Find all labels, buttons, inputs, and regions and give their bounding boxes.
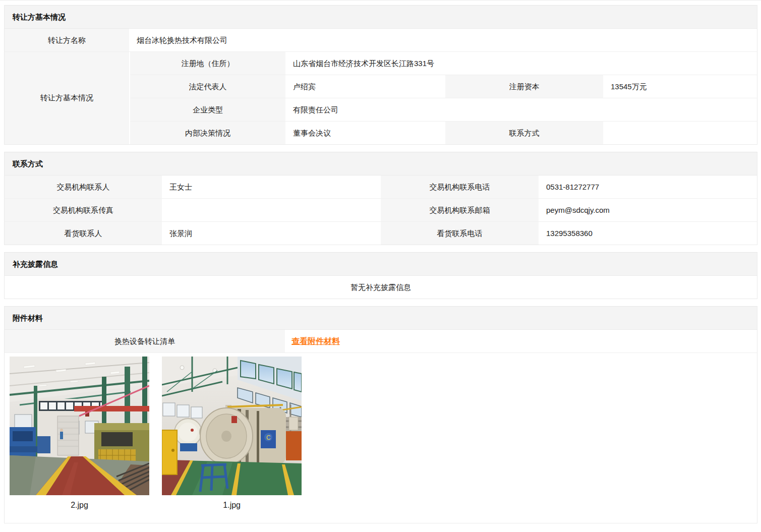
attachment-photo-thumbnail-2jpg[interactable] [10, 357, 149, 495]
agency-phone-label: 交易机构联系电话 [380, 175, 540, 198]
page-top-divider [0, 0, 761, 1]
reg-capital-label: 注册资本 [444, 75, 604, 98]
decision-value: 董事会决议 [286, 122, 444, 144]
transferor-name-label: 转让方名称 [5, 29, 130, 51]
section-contact-info: 联系方式 交易机构联系人 王女士 交易机构联系电话 0531-81272777 … [4, 152, 757, 245]
agency-fax-value [163, 199, 380, 221]
supplement-empty-text: 暂无补充披露信息 [5, 276, 757, 299]
transferor-name-value: 烟台冰轮换热技术有限公司 [130, 29, 757, 51]
legal-rep-label: 法定代表人 [130, 75, 286, 98]
section-title-contact: 联系方式 [5, 152, 757, 175]
table-row-decision: 内部决策情况 董事会决议 联系方式 [130, 122, 757, 144]
transferor-group-label: 转让方基本情况 [5, 52, 130, 144]
agency-phone-value: 0531-81272777 [540, 175, 757, 198]
section-title-supplement: 补充披露信息 [5, 253, 757, 276]
section-title-attachments: 附件材料 [5, 307, 757, 330]
decision-label: 内部决策情况 [130, 122, 286, 144]
agency-contact-value: 王女士 [163, 175, 380, 198]
attachment-photo-thumbnail-1jpg[interactable]: C [162, 357, 302, 495]
viewing-phone-label: 看货联系电话 [380, 222, 540, 245]
table-row-company-type: 企业类型 有限责任公司 [130, 98, 757, 122]
attachment-link-cell: 查看附件材料 [286, 330, 757, 352]
table-row-agency-contact: 交易机构联系人 王女士 交易机构联系电话 0531-81272777 [5, 175, 757, 199]
table-row-legal-rep: 法定代表人 卢绍宾 注册资本 13545万元 [130, 75, 757, 98]
agency-email-label: 交易机构联系邮箱 [380, 199, 540, 221]
attachment-photo-list: 2.jpg [5, 353, 757, 523]
svg-text:C: C [266, 434, 271, 441]
reg-capital-value: 13545万元 [604, 75, 757, 98]
table-row-group-basic-info: 转让方基本情况 注册地（住所） 山东省烟台市经济技术开发区长江路331号 法定代… [5, 52, 757, 144]
agency-fax-label: 交易机构联系传真 [5, 199, 163, 221]
viewing-contact-value: 张景润 [163, 222, 380, 245]
company-type-label: 企业类型 [130, 98, 286, 121]
table-row-viewing-contact: 看货联系人 张景润 看货联系电话 13295358360 [5, 222, 757, 245]
attachment-photo-item: 2.jpg [10, 357, 149, 513]
section-supplement-disclosure: 补充披露信息 暂无补充披露信息 [4, 252, 757, 299]
attachment-photo-item: C [162, 357, 302, 513]
contact-method-label: 联系方式 [444, 122, 604, 144]
table-row-reg-address: 注册地（住所） 山东省烟台市经济技术开发区长江路331号 [130, 52, 757, 75]
reg-address-value: 山东省烟台市经济技术开发区长江路331号 [286, 52, 757, 75]
listing-detail-content: 转让方基本情况 转让方名称 烟台冰轮换热技术有限公司 转让方基本情况 注册地（住… [4, 5, 757, 523]
agency-contact-label: 交易机构联系人 [5, 175, 163, 198]
section-attachments: 附件材料 换热设备转让清单 查看附件材料 [4, 306, 757, 523]
photo-caption: 2.jpg [10, 501, 149, 513]
view-attachment-link[interactable]: 查看附件材料 [291, 337, 340, 345]
reg-address-label: 注册地（住所） [130, 52, 286, 75]
contact-method-value [604, 122, 757, 144]
photo-caption: 1.jpg [162, 501, 302, 513]
section-title-transferor: 转让方基本情况 [5, 6, 757, 29]
agency-email-value: peym@sdcqjy.com [540, 199, 757, 221]
viewing-phone-value: 13295358360 [540, 222, 757, 245]
viewing-contact-label: 看货联系人 [5, 222, 163, 245]
section-transferor-info: 转让方基本情况 转让方名称 烟台冰轮换热技术有限公司 转让方基本情况 注册地（住… [4, 5, 757, 145]
attachment-item-label: 换热设备转让清单 [5, 330, 286, 352]
table-row-transferor-name: 转让方名称 烟台冰轮换热技术有限公司 [5, 29, 757, 52]
legal-rep-value: 卢绍宾 [286, 75, 444, 98]
table-row-supplement-empty: 暂无补充披露信息 [5, 276, 757, 299]
company-type-value: 有限责任公司 [286, 98, 757, 121]
table-row-agency-fax: 交易机构联系传真 交易机构联系邮箱 peym@sdcqjy.com [5, 199, 757, 222]
table-row-attachment-item: 换热设备转让清单 查看附件材料 [5, 330, 757, 353]
